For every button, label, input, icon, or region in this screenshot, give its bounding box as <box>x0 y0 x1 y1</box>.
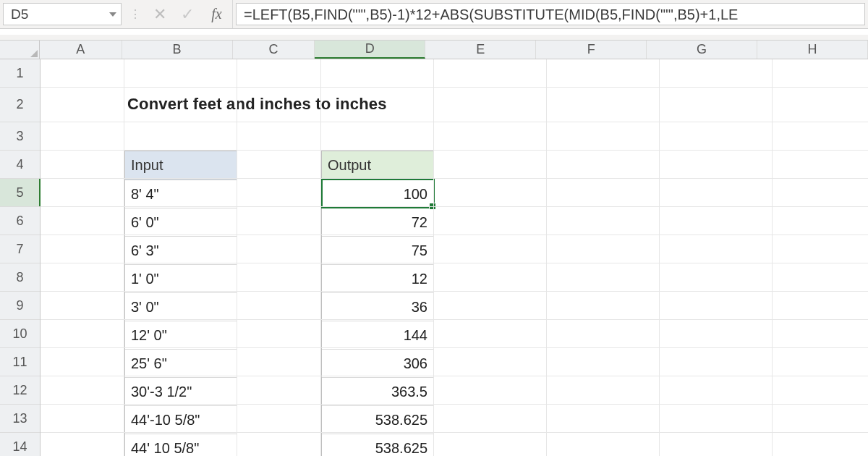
spreadsheet-grid: A B C D E F G H 1234567891011121314 Conv… <box>0 41 868 456</box>
select-all-button[interactable] <box>0 41 40 59</box>
output-header-cell[interactable]: Output <box>322 151 433 180</box>
sheet-title: Convert feet and inches to inches <box>127 95 387 114</box>
output-cell[interactable]: 72 <box>322 208 433 237</box>
column-header[interactable]: E <box>425 41 536 59</box>
input-table: Input 8' 4"6' 0"6' 3"1' 0"3' 0"12' 0"25'… <box>124 151 237 456</box>
output-cell[interactable]: 306 <box>322 350 433 378</box>
row-header[interactable]: 1 <box>0 59 40 88</box>
row-header[interactable]: 9 <box>0 292 40 320</box>
enter-formula-button[interactable]: ✓ <box>174 0 201 28</box>
column-header[interactable]: G <box>647 41 757 59</box>
input-cell[interactable]: 6' 0" <box>125 208 237 237</box>
column-header[interactable]: F <box>536 41 647 59</box>
spacer <box>0 29 868 35</box>
input-cell[interactable]: 6' 3" <box>125 237 237 265</box>
chevron-down-icon[interactable] <box>109 12 116 17</box>
row-header[interactable]: 8 <box>0 263 40 292</box>
input-cell[interactable]: 30'-3 1/2" <box>125 378 237 406</box>
row-header-col: 1234567891011121314 <box>0 59 41 456</box>
output-cell[interactable]: 363.5 <box>322 378 433 406</box>
row-header[interactable]: 2 <box>0 88 40 122</box>
input-cell[interactable]: 44'-10 5/8" <box>125 406 237 434</box>
row-header[interactable]: 12 <box>0 376 40 405</box>
grid-body: 1234567891011121314 Convert feet and inc… <box>0 59 868 456</box>
spacer <box>0 35 868 41</box>
column-header[interactable]: B <box>122 41 233 59</box>
formula-bar: D5 ⋮ ✕ ✓ fx =LEFT(B5,FIND("'",B5)-1)*12+… <box>0 0 868 29</box>
input-cell[interactable]: 3' 0" <box>125 293 237 321</box>
insert-function-button[interactable]: fx <box>201 0 233 28</box>
input-cell[interactable]: 25' 6" <box>125 350 237 378</box>
row-header[interactable]: 5 <box>0 179 40 207</box>
column-header[interactable]: A <box>40 41 122 59</box>
output-cell[interactable]: 36 <box>322 293 433 321</box>
input-header-cell[interactable]: Input <box>125 151 237 180</box>
output-cell[interactable]: 75 <box>322 237 433 265</box>
row-header[interactable]: 7 <box>0 235 40 263</box>
column-header-row: A B C D E F G H <box>0 41 868 59</box>
formula-input[interactable]: =LEFT(B5,FIND("'",B5)-1)*12+ABS(SUBSTITU… <box>236 3 865 25</box>
cells-area[interactable]: Convert feet and inches to inches Input … <box>41 59 868 456</box>
row-header[interactable]: 13 <box>0 405 40 433</box>
row-header[interactable]: 10 <box>0 320 40 348</box>
output-cell[interactable]: 144 <box>322 321 433 350</box>
output-cell[interactable]: 100 <box>322 180 433 208</box>
input-cell[interactable]: 8' 4" <box>125 180 237 208</box>
column-header[interactable]: H <box>757 41 868 59</box>
column-header[interactable]: D <box>315 41 425 59</box>
row-header[interactable]: 6 <box>0 207 40 235</box>
column-header[interactable]: C <box>233 41 315 59</box>
formula-bar-grip-icon: ⋮ <box>124 0 146 28</box>
cancel-formula-button[interactable]: ✕ <box>146 0 174 28</box>
output-cell[interactable]: 12 <box>322 265 433 293</box>
name-box[interactable]: D5 <box>3 3 122 25</box>
output-table: Output 10072751236144306363.5538.625538.… <box>321 151 434 456</box>
output-cell[interactable]: 538.625 <box>322 406 433 434</box>
input-cell[interactable]: 12' 0" <box>125 321 237 350</box>
cutoff <box>0 449 868 456</box>
input-cell[interactable]: 1' 0" <box>125 265 237 293</box>
row-header[interactable]: 4 <box>0 151 40 179</box>
row-header[interactable]: 11 <box>0 348 40 376</box>
name-box-value: D5 <box>11 7 28 22</box>
row-header[interactable]: 3 <box>0 122 40 151</box>
